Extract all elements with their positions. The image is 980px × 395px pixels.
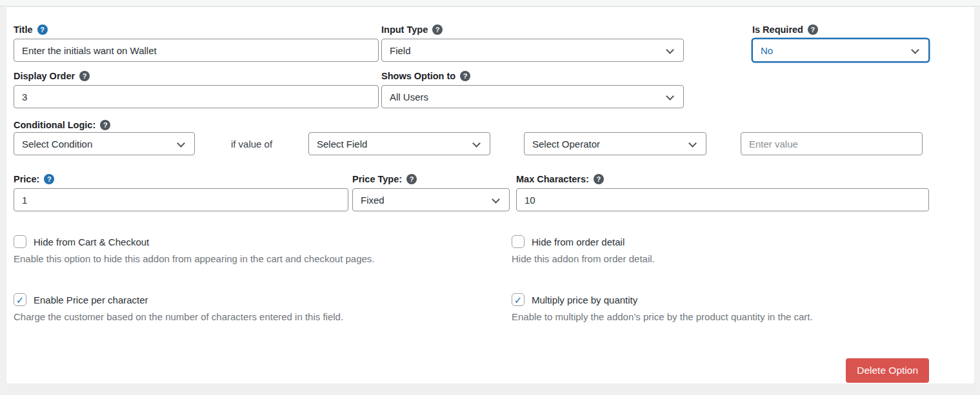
display-order-label: Display Order ?	[14, 70, 379, 82]
hide-from-cart-description: Enable this option to hide this addon fr…	[14, 253, 512, 264]
shows-option-to-label: Shows Option to ?	[381, 70, 684, 82]
delete-option-button[interactable]: Delete Option	[846, 358, 929, 383]
chevron-down-icon	[688, 139, 697, 148]
price-label-text: Price:	[14, 174, 39, 184]
shows-option-to-label-text: Shows Option to	[381, 71, 455, 81]
hide-from-order-label: Hide from order detail	[532, 236, 625, 247]
price-field-group: Price: ?	[14, 173, 348, 211]
hide-options-row: ✓ Hide from Cart & Checkout Enable this …	[14, 235, 929, 264]
help-icon[interactable]: ?	[44, 174, 54, 184]
field-selected-value: Select Field	[317, 139, 367, 149]
conditional-logic-label-text: Conditional Logic:	[14, 120, 95, 130]
conditional-logic-controls: Select Condition if value of Select Fiel…	[14, 132, 929, 155]
chevron-down-icon	[177, 139, 185, 148]
price-per-character-label: Enable Price per character	[34, 294, 148, 305]
chevron-down-icon	[472, 139, 481, 148]
help-icon[interactable]: ?	[100, 120, 110, 130]
price-options-row: ✓ Enable Price per character Charge the …	[14, 293, 929, 322]
condition-select[interactable]: Select Condition	[14, 132, 195, 155]
price-label: Price: ?	[14, 173, 348, 186]
is-required-label: Is Required ?	[752, 23, 929, 36]
is-required-label-text: Is Required	[752, 24, 803, 35]
conditional-logic-label: Conditional Logic: ?	[14, 119, 929, 131]
hide-from-cart-label: Hide from Cart & Checkout	[34, 236, 149, 247]
multiply-by-quantity-label: Multiply price by quantity	[532, 294, 637, 305]
help-icon[interactable]: ?	[460, 71, 470, 81]
delete-row: Delete Option	[14, 358, 929, 383]
price-type-selected-value: Fixed	[361, 195, 385, 206]
help-icon[interactable]: ?	[406, 174, 417, 184]
chevron-down-icon	[492, 195, 500, 204]
row-title-inputtype-required: Title ? Input Type ? Field Is Required	[14, 23, 929, 62]
hide-from-order-group: ✓ Hide from order detail Hide this addon…	[512, 235, 929, 264]
input-type-field-group: Input Type ? Field	[381, 23, 684, 62]
chevron-down-icon	[666, 46, 674, 54]
is-required-select[interactable]: No	[752, 39, 929, 62]
shows-option-to-selected-value: All Users	[390, 92, 428, 102]
condition-selected-value: Select Condition	[22, 139, 92, 149]
operator-selected-value: Select Operator	[532, 139, 600, 149]
shows-option-to-field-group: Shows Option to ? All Users	[381, 70, 684, 108]
multiply-by-quantity-description: Enable to multiply the addon’s price by …	[512, 311, 929, 322]
title-field-group: Title ?	[14, 23, 379, 62]
input-type-selected-value: Field	[390, 45, 411, 56]
shows-option-to-select[interactable]: All Users	[381, 85, 684, 108]
input-type-select[interactable]: Field	[381, 39, 684, 62]
multiply-by-quantity-group: ✓ Multiply price by quantity Enable to m…	[512, 293, 929, 322]
display-order-label-text: Display Order	[14, 71, 75, 81]
price-type-label: Price Type: ?	[352, 173, 510, 186]
field-select[interactable]: Select Field	[308, 132, 490, 155]
condition-value-input[interactable]	[741, 132, 923, 155]
help-icon[interactable]: ?	[432, 24, 443, 35]
price-type-select[interactable]: Fixed	[352, 188, 510, 211]
help-icon[interactable]: ?	[594, 174, 604, 184]
is-required-field-group: Is Required ? No	[752, 23, 929, 62]
row-displayorder-showsoption: Display Order ? Shows Option to ? All Us…	[14, 70, 929, 108]
previous-section-edge	[0, 0, 980, 6]
chevron-down-icon	[666, 92, 674, 101]
if-value-of-text: if value of	[195, 139, 308, 149]
help-icon[interactable]: ?	[79, 71, 90, 81]
help-icon[interactable]: ?	[37, 24, 48, 35]
is-required-selected-value: No	[761, 45, 773, 56]
hide-from-cart-checkbox[interactable]: ✓	[14, 235, 26, 248]
hide-from-order-checkbox[interactable]: ✓	[512, 235, 525, 248]
input-type-label-text: Input Type	[381, 24, 428, 35]
help-icon[interactable]: ?	[808, 24, 818, 35]
price-per-character-group: ✓ Enable Price per character Charge the …	[14, 293, 512, 322]
price-type-label-text: Price Type:	[352, 174, 402, 184]
hide-from-order-description: Hide this addon from order detail.	[512, 253, 929, 264]
price-input[interactable]	[14, 188, 348, 211]
max-characters-label-text: Max Characters:	[516, 174, 589, 184]
operator-select[interactable]: Select Operator	[524, 132, 706, 155]
price-per-character-checkbox[interactable]: ✓	[14, 293, 26, 306]
title-label-text: Title	[14, 24, 33, 35]
chevron-down-icon	[911, 46, 919, 54]
max-characters-field-group: Max Characters: ?	[516, 173, 929, 211]
max-characters-input[interactable]	[516, 188, 929, 211]
input-type-label: Input Type ?	[381, 23, 684, 36]
price-type-field-group: Price Type: ? Fixed	[352, 173, 510, 211]
row-price-pricetype-maxchars: Price: ? Price Type: ? Fixed Max Charact…	[14, 173, 929, 211]
title-label: Title ?	[14, 23, 379, 36]
title-input[interactable]	[14, 39, 379, 62]
price-per-character-description: Charge the customer based on the number …	[14, 311, 512, 322]
max-characters-label: Max Characters: ?	[516, 173, 929, 186]
display-order-field-group: Display Order ?	[14, 70, 379, 108]
conditional-logic-section: Conditional Logic: ? Select Condition if…	[14, 119, 929, 155]
multiply-by-quantity-checkbox[interactable]: ✓	[512, 293, 525, 306]
hide-from-cart-group: ✓ Hide from Cart & Checkout Enable this …	[14, 235, 512, 264]
display-order-input[interactable]	[14, 85, 379, 108]
addon-option-panel: Title ? Input Type ? Field Is Required	[6, 7, 974, 383]
